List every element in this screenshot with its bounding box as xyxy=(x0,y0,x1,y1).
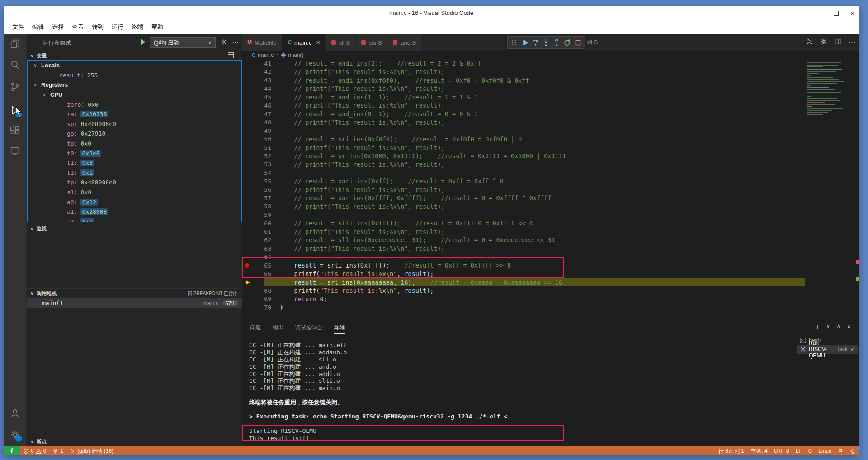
continue-icon[interactable] xyxy=(520,37,529,48)
variable-row[interactable]: tp:0x0 xyxy=(28,139,241,149)
code-line[interactable]: 70} xyxy=(242,303,859,312)
breakpoint-gutter[interactable] xyxy=(242,135,253,144)
code-line[interactable]: 61 // printf("This result is:%x\n", resu… xyxy=(242,228,859,236)
code-line[interactable]: 62 // result = sll_ins(0xeeeeeeee, 31); … xyxy=(242,236,859,244)
more-actions-icon[interactable]: ⋯ xyxy=(849,38,855,47)
close-panel-icon[interactable]: × xyxy=(847,323,851,330)
variable-row[interactable]: fp:0x408006e0 xyxy=(28,178,241,188)
chevron-down-icon[interactable]: ∨ xyxy=(826,323,830,330)
panel-tab-问题[interactable]: 问题 xyxy=(250,324,261,334)
restart-icon[interactable] xyxy=(562,37,572,48)
variables-tree[interactable]: ∨Localsresult:255∨Registers∨CPUzero:0x0r… xyxy=(27,60,242,222)
code-line[interactable]: 43 // result = andi_ins(0xf0f0); //resul… xyxy=(242,76,859,84)
breakpoint-gutter[interactable] xyxy=(242,244,253,253)
more-actions-icon[interactable]: ⋯ xyxy=(232,38,239,47)
code-line[interactable]: 56 // printf("This result is:%x\n", resu… xyxy=(242,185,859,194)
code-line[interactable]: 41 // result = andi_ins(2); //result = 2… xyxy=(242,59,859,68)
code-line[interactable]: 68 printf("This result is:%x\n", result)… xyxy=(242,286,859,295)
code-line[interactable]: 45 // result = and_ins(1, 1); //result =… xyxy=(242,93,859,102)
menu-item[interactable]: 查看 xyxy=(68,21,88,33)
eol[interactable]: LF xyxy=(793,448,805,454)
breakpoint-gutter[interactable] xyxy=(242,143,253,152)
breakpoint-gutter[interactable] xyxy=(242,93,253,102)
breadcrumb-symbol[interactable]: main() xyxy=(288,52,303,58)
stack-frame-row[interactable]: main() main.c 67:1 xyxy=(27,298,242,308)
gear-icon[interactable] xyxy=(820,38,828,47)
panel-tab-终端[interactable]: 终端 xyxy=(334,324,345,334)
menu-item[interactable]: 运行 xyxy=(108,21,127,33)
extensions-icon[interactable] xyxy=(9,125,20,136)
code-line[interactable]: 63 // printf("This result is:%x\n", resu… xyxy=(242,244,859,253)
variable-row[interactable]: ra:0x10238 xyxy=(28,109,241,119)
breakpoint-gutter[interactable] xyxy=(242,228,253,236)
indentation[interactable]: 空格: 4 xyxy=(747,447,770,455)
code-line[interactable]: 55 // result = xori_ins(0xff); //result … xyxy=(242,177,859,186)
variable-row[interactable]: t0:0x3e8 xyxy=(28,148,241,158)
maximize-icon[interactable] xyxy=(834,11,839,16)
variable-row[interactable]: t2:0x1 xyxy=(28,168,241,178)
breakpoint-gutter[interactable] xyxy=(242,303,253,312)
run-or-debug-icon[interactable] xyxy=(805,38,813,47)
minimap[interactable] xyxy=(806,59,856,122)
feedback-icon[interactable] xyxy=(835,448,847,454)
cursor-position[interactable]: 行 67, 列 1 xyxy=(715,447,747,455)
breakpoint-gutter[interactable] xyxy=(242,101,253,110)
code-line[interactable]: 49 xyxy=(242,127,859,135)
breakpoint-gutter[interactable] xyxy=(242,194,253,202)
variable-row[interactable]: a2:0x1 xyxy=(28,217,241,223)
tab-and.S[interactable]: and.S xyxy=(387,34,422,51)
breakpoint-gutter[interactable] xyxy=(242,286,253,295)
code-line[interactable]: 42 // printf("This result is:%d\n", resu… xyxy=(242,68,859,76)
code-line[interactable]: 52 // result = or_ins(0x1000, 0x1111); /… xyxy=(242,152,859,160)
encoding[interactable]: UTF-8 xyxy=(771,448,793,454)
split-editor-icon[interactable] xyxy=(834,38,842,47)
breakpoint-gutter[interactable] xyxy=(242,59,253,68)
breadcrumb-file[interactable]: main.c xyxy=(258,52,274,58)
tab-slti.S[interactable]: slti.S xyxy=(356,34,387,51)
variable-row[interactable]: result:255 xyxy=(28,70,241,80)
breakpoint-gutter[interactable] xyxy=(242,68,253,76)
code-line[interactable]: 58 // printf("This result is:%x\n", resu… xyxy=(242,202,859,211)
variable-row[interactable]: t1:0x3 xyxy=(28,158,241,168)
menu-item[interactable]: 编辑 xyxy=(28,21,48,33)
callstack-section-header[interactable]: ∨ 调用堆栈 因 BREAKPOINT 已暂停 xyxy=(27,288,242,298)
code-line[interactable]: 53 // printf("This result is:%x\n", resu… xyxy=(242,160,859,169)
variable-row[interactable]: sp:0x408006c0 xyxy=(28,119,241,129)
drag-handle-icon[interactable] xyxy=(509,37,519,48)
step-out-icon[interactable] xyxy=(552,37,561,48)
variable-row[interactable]: a0:0x12 xyxy=(28,197,241,207)
breakpoints-section-header[interactable]: ∨ 断点 xyxy=(27,437,242,446)
breakpoint-gutter[interactable] xyxy=(242,127,253,135)
tab-main.c[interactable]: Cmain.c× xyxy=(282,34,326,51)
maximize-panel-icon[interactable]: ∧ xyxy=(837,323,840,330)
debug-session-status[interactable]: (gdb) 启动 (16) xyxy=(66,446,117,455)
search-icon[interactable] xyxy=(9,60,20,70)
explorer-icon[interactable] xyxy=(9,38,20,49)
close-icon[interactable]: × xyxy=(316,39,320,46)
remote-os[interactable]: Linux xyxy=(815,448,835,454)
breakpoint-gutter[interactable] xyxy=(242,177,253,186)
code-editor[interactable]: 41 // result = andi_ins(2); //result = 2… xyxy=(242,59,859,322)
breakpoint-gutter[interactable] xyxy=(242,152,253,160)
close-icon[interactable]: × xyxy=(850,10,854,17)
code-line[interactable]: 47 // result = and_ins(0, 1); //result =… xyxy=(242,110,859,118)
menu-item[interactable]: 选择 xyxy=(48,21,68,33)
tree-group[interactable]: ∨CPU xyxy=(28,90,241,100)
breakpoint-gutter[interactable] xyxy=(242,185,253,194)
code-line[interactable]: 51 // printf("This result is:%x\n", resu… xyxy=(242,143,859,152)
code-line[interactable]: 44 // printf("This result is:%x\n", resu… xyxy=(242,84,859,93)
breakpoint-gutter[interactable] xyxy=(242,202,253,211)
tab-Makefile[interactable]: MMakefile xyxy=(242,34,282,51)
code-line[interactable]: 48 // printf("This result is:%d\n", resu… xyxy=(242,118,859,127)
code-line[interactable]: 60 // result = slli_ins(0xffff); //resul… xyxy=(242,219,859,228)
breakpoint-gutter[interactable] xyxy=(242,118,253,127)
breakpoint-gutter[interactable] xyxy=(242,110,253,118)
tab-sll.S[interactable]: sll.S xyxy=(326,34,356,51)
source-control-icon[interactable] xyxy=(9,81,20,92)
menu-item[interactable]: 帮助 xyxy=(147,21,167,33)
code-line[interactable]: 69 return 0; xyxy=(242,295,859,304)
breakpoint-gutter[interactable] xyxy=(242,219,253,228)
breakpoint-gutter[interactable] xyxy=(242,236,253,244)
variable-row[interactable]: s1:0x0 xyxy=(28,188,241,197)
breakpoint-gutter[interactable] xyxy=(242,160,253,169)
